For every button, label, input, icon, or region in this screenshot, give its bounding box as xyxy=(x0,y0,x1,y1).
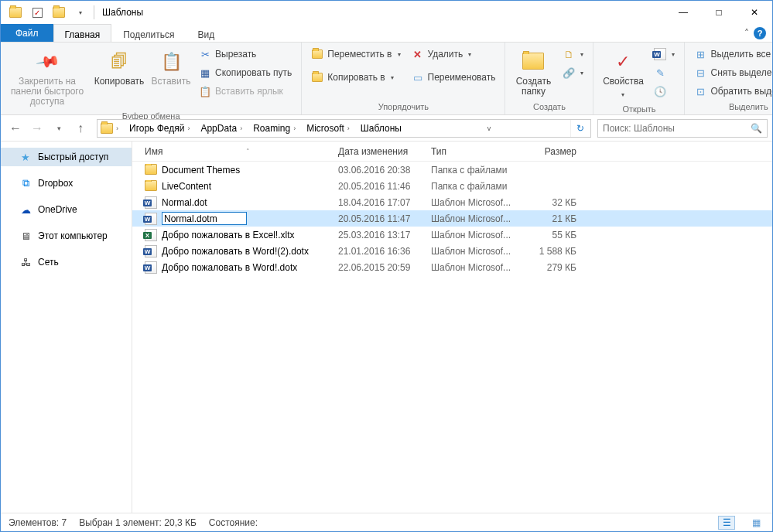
forward-button[interactable]: → xyxy=(27,118,47,138)
label: Копировать в xyxy=(327,72,385,83)
pc-icon: 🖥 xyxy=(19,230,32,242)
title-bar: ✓ ▾ Шаблоны — □ ✕ xyxy=(1,1,772,24)
column-header-size[interactable]: Размер xyxy=(519,146,581,157)
paste-button[interactable]: 📋 Вставить xyxy=(151,46,191,90)
qat-dropdown-button[interactable]: ▾ xyxy=(72,4,89,21)
copy-path-button[interactable]: ▦Скопировать путь xyxy=(196,64,295,81)
tab-view[interactable]: Вид xyxy=(186,24,226,42)
window-title: Шаблоны xyxy=(102,7,143,18)
nav-this-pc[interactable]: 🖥Этот компьютер xyxy=(1,227,132,245)
address-bar[interactable]: › Игорь Федяй› AppData› Roaming› Microso… xyxy=(97,119,591,138)
label: Снять выделение xyxy=(710,67,773,78)
pin-quickaccess-button[interactable]: 📌 Закрепить на панели быстрого доступа xyxy=(7,46,87,110)
copy-button[interactable]: 🗐 Копировать xyxy=(92,46,146,90)
file-size: 55 КБ xyxy=(519,230,581,240)
move-to-button[interactable]: Переместить в▾ xyxy=(308,46,403,63)
back-button[interactable]: ← xyxy=(5,118,26,138)
help-button[interactable]: ? xyxy=(754,27,766,39)
properties-button[interactable]: ✓ Свойства ▾ xyxy=(600,46,646,103)
file-date: 03.06.2016 20:38 xyxy=(333,165,426,176)
paste-shortcut-button[interactable]: 📋Вставить ярлык xyxy=(196,83,295,100)
file-date: 20.05.2016 11:46 xyxy=(333,181,426,192)
breadcrumb-segment[interactable]: Шаблоны xyxy=(354,120,406,137)
tab-file[interactable]: Файл xyxy=(1,24,53,42)
group-label: Выделить xyxy=(691,101,773,113)
close-button[interactable]: ✕ xyxy=(737,1,772,24)
column-header-type[interactable]: Тип xyxy=(426,146,519,157)
search-box[interactable]: 🔍 xyxy=(597,119,768,138)
file-type: Шаблон Microsof... xyxy=(426,197,519,208)
column-headers: Имя˄ Дата изменения Тип Размер xyxy=(132,142,772,162)
label: Вставить xyxy=(152,77,191,87)
file-date: 22.06.2015 20:59 xyxy=(333,262,426,273)
file-date: 20.05.2016 11:47 xyxy=(333,213,426,224)
column-header-date[interactable]: Дата изменения xyxy=(333,146,426,157)
cut-button[interactable]: ✂Вырезать xyxy=(196,46,295,63)
excel-file-icon xyxy=(145,229,157,241)
new-item-button[interactable]: 🗋▾ xyxy=(559,46,587,63)
label: Вырезать xyxy=(215,49,256,60)
search-icon[interactable]: 🔍 xyxy=(751,123,762,134)
file-row[interactable]: LiveContent20.05.2016 11:46Папка с файла… xyxy=(132,178,772,194)
search-input[interactable] xyxy=(603,123,751,134)
select-none-button[interactable]: ⊟Снять выделение xyxy=(691,64,773,81)
nav-label: Быстрый доступ xyxy=(38,152,108,162)
file-name: Добро пожаловать в Word!.dotx xyxy=(162,262,297,273)
status-selected: Выбран 1 элемент: 20,3 КБ xyxy=(79,517,197,528)
open-with-button[interactable]: ▾ xyxy=(651,46,678,63)
ribbon: 📌 Закрепить на панели быстрого доступа 🗐… xyxy=(1,43,772,115)
breadcrumb-segment[interactable]: Microsoft› xyxy=(300,120,354,137)
view-details-button[interactable]: ☰ xyxy=(718,516,735,530)
nav-network[interactable]: 🖧Сеть xyxy=(1,253,132,271)
view-icons-button[interactable]: ▦ xyxy=(747,516,764,530)
rename-button[interactable]: ▭Переименовать xyxy=(409,69,499,86)
breadcrumb-segment[interactable]: Игорь Федяй› xyxy=(123,120,194,137)
label: Переместить в xyxy=(327,49,392,60)
file-date: 25.03.2016 13:17 xyxy=(333,230,426,240)
word-file-icon xyxy=(145,245,157,257)
rename-input[interactable] xyxy=(162,212,247,225)
folder-icon xyxy=(50,4,67,21)
nav-quick-access[interactable]: ★Быстрый доступ xyxy=(1,148,132,166)
breadcrumb-label: Игорь Федяй xyxy=(129,123,184,134)
file-type: Папка с файлами xyxy=(426,165,519,176)
edit-button[interactable]: ✎ xyxy=(651,64,678,81)
chevron-right-icon[interactable]: › xyxy=(116,124,118,132)
file-row[interactable]: Normal.dot18.04.2016 17:07Шаблон Microso… xyxy=(132,194,772,210)
recent-dropdown-button[interactable]: ▾ xyxy=(49,118,69,138)
tab-share[interactable]: Поделиться xyxy=(111,24,186,42)
file-row[interactable]: Document Themes03.06.2016 20:38Папка с ф… xyxy=(132,162,772,178)
folder-icon xyxy=(101,123,113,134)
file-row[interactable]: Добро пожаловать в Word!.dotx22.06.2015 … xyxy=(132,259,772,275)
easy-access-button[interactable]: 🔗▾ xyxy=(559,64,587,81)
delete-button[interactable]: ✕Удалить▾ xyxy=(409,46,499,63)
label: Закрепить на панели быстрого доступа xyxy=(9,77,86,107)
file-date: 21.01.2016 16:36 xyxy=(333,246,426,257)
collapse-ribbon-button[interactable]: ˄ xyxy=(744,28,749,39)
nav-onedrive[interactable]: ☁OneDrive xyxy=(1,200,132,219)
invert-selection-button[interactable]: ⊡Обратить выделение xyxy=(691,83,773,100)
minimize-button[interactable]: — xyxy=(665,1,701,24)
new-folder-button[interactable]: Создать папку xyxy=(511,46,555,100)
address-dropdown-button[interactable]: v xyxy=(481,120,496,137)
file-row[interactable]: Добро пожаловать в Excel!.xltx25.03.2016… xyxy=(132,227,772,243)
breadcrumb-segment[interactable]: AppData› xyxy=(194,120,247,137)
copy-to-button[interactable]: Копировать в▾ xyxy=(308,69,403,86)
qat-properties-button[interactable]: ✓ xyxy=(29,4,46,21)
column-header-name[interactable]: Имя˄ xyxy=(140,146,333,157)
file-row[interactable]: 20.05.2016 11:47Шаблон Microsof...21 КБ xyxy=(132,210,772,227)
word-file-icon xyxy=(145,213,157,225)
select-all-button[interactable]: ⊞Выделить все xyxy=(691,46,773,63)
tab-home[interactable]: Главная xyxy=(53,24,112,42)
folder-icon xyxy=(145,164,157,176)
nav-dropbox[interactable]: ⧉Dropbox xyxy=(1,174,132,193)
maximize-button[interactable]: □ xyxy=(701,1,737,24)
history-button[interactable]: 🕓 xyxy=(651,83,678,100)
breadcrumb-segment[interactable]: Roaming› xyxy=(247,120,300,137)
file-row[interactable]: Добро пожаловать в Word!(2).dotx21.01.20… xyxy=(132,243,772,259)
up-button[interactable]: ↑ xyxy=(70,118,91,138)
star-icon: ★ xyxy=(19,151,32,163)
refresh-button[interactable]: ↻ xyxy=(570,120,590,137)
nav-bar: ← → ▾ ↑ › Игорь Федяй› AppData› Roaming›… xyxy=(1,115,772,142)
file-size: 21 КБ xyxy=(519,213,581,224)
